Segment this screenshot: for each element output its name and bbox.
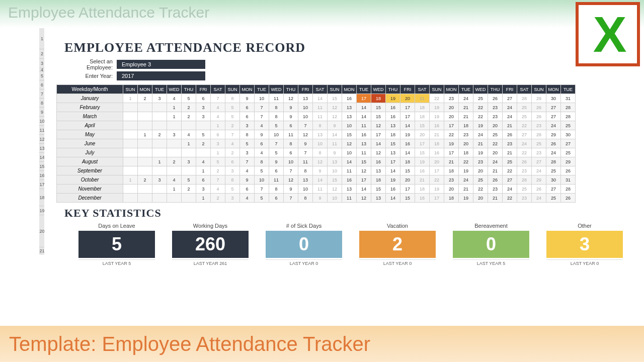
day-cell[interactable]: 1 <box>167 185 182 194</box>
day-cell[interactable]: 18 <box>430 139 444 148</box>
day-cell[interactable]: 2 <box>196 139 211 148</box>
day-cell[interactable]: 5 <box>182 175 196 185</box>
day-cell[interactable]: 26 <box>546 139 561 148</box>
day-cell[interactable]: 16 <box>342 94 357 103</box>
day-cell[interactable]: 2 <box>182 185 196 194</box>
day-cell[interactable]: 23 <box>444 175 459 185</box>
day-cell[interactable]: 21 <box>503 121 517 130</box>
day-cell[interactable]: 4 <box>240 166 255 175</box>
day-cell[interactable] <box>123 148 138 157</box>
day-cell[interactable]: 2 <box>225 148 240 157</box>
day-cell[interactable]: 12 <box>328 185 342 194</box>
day-cell[interactable] <box>152 112 167 121</box>
day-cell[interactable]: 1 <box>196 194 211 203</box>
day-cell[interactable]: 3 <box>225 166 240 175</box>
day-cell[interactable]: 27 <box>546 185 561 194</box>
day-cell[interactable] <box>138 157 152 166</box>
day-cell[interactable]: 10 <box>298 103 313 112</box>
day-cell[interactable]: 3 <box>196 103 211 112</box>
day-cell[interactable]: 24 <box>546 148 561 157</box>
month-cell[interactable]: January <box>57 94 123 103</box>
day-cell[interactable]: 26 <box>488 175 503 185</box>
day-cell[interactable]: 27 <box>517 130 532 139</box>
day-cell[interactable]: 27 <box>561 139 576 148</box>
day-cell[interactable]: 5 <box>255 194 269 203</box>
day-cell[interactable]: 9 <box>255 130 269 139</box>
day-cell[interactable]: 16 <box>415 194 430 203</box>
day-cell[interactable]: 17 <box>357 175 371 185</box>
day-cell[interactable]: 5 <box>196 130 211 139</box>
day-cell[interactable]: 21 <box>459 103 473 112</box>
day-cell[interactable]: 24 <box>488 157 503 166</box>
day-cell[interactable]: 7 <box>298 148 313 157</box>
day-cell[interactable]: 16 <box>342 175 357 185</box>
day-cell[interactable]: 19 <box>430 112 444 121</box>
day-cell[interactable]: 5 <box>240 139 255 148</box>
day-cell[interactable]: 13 <box>371 194 386 203</box>
day-cell[interactable]: 30 <box>546 175 561 185</box>
day-cell[interactable]: 25 <box>561 148 576 157</box>
day-cell[interactable]: 11 <box>269 175 284 185</box>
day-cell[interactable]: 15 <box>328 175 342 185</box>
day-cell[interactable]: 16 <box>386 112 400 121</box>
day-cell[interactable] <box>152 139 167 148</box>
day-cell[interactable]: 13 <box>386 148 400 157</box>
day-cell[interactable] <box>167 194 182 203</box>
day-cell[interactable]: 4 <box>167 175 182 185</box>
day-cell[interactable]: 24 <box>517 139 532 148</box>
day-cell[interactable]: 26 <box>532 185 546 194</box>
day-cell[interactable]: 9 <box>269 157 284 166</box>
day-cell[interactable]: 8 <box>225 94 240 103</box>
day-cell[interactable] <box>123 130 138 139</box>
day-cell[interactable]: 26 <box>517 157 532 166</box>
day-cell[interactable]: 11 <box>284 130 298 139</box>
day-cell[interactable] <box>152 166 167 175</box>
day-cell[interactable]: 1 <box>196 166 211 175</box>
day-cell[interactable] <box>138 166 152 175</box>
day-cell[interactable]: 23 <box>488 185 503 194</box>
day-cell[interactable]: 17 <box>430 166 444 175</box>
day-cell[interactable]: 15 <box>342 130 357 139</box>
day-cell[interactable]: 23 <box>532 148 546 157</box>
day-cell[interactable]: 12 <box>357 194 371 203</box>
day-cell[interactable]: 19 <box>430 185 444 194</box>
day-cell[interactable]: 23 <box>517 166 532 175</box>
employee-dropdown[interactable]: Employee 3 <box>117 60 205 69</box>
day-cell[interactable] <box>123 103 138 112</box>
day-cell[interactable]: 18 <box>444 194 459 203</box>
day-cell[interactable]: 9 <box>328 148 342 157</box>
day-cell[interactable]: 26 <box>561 166 576 175</box>
day-cell[interactable] <box>152 103 167 112</box>
day-cell[interactable]: 6 <box>284 121 298 130</box>
day-cell[interactable]: 18 <box>459 121 473 130</box>
day-cell[interactable]: 31 <box>561 175 576 185</box>
day-cell[interactable]: 23 <box>459 130 473 139</box>
day-cell[interactable] <box>196 148 211 157</box>
day-cell[interactable]: 16 <box>386 103 400 112</box>
day-cell[interactable]: 4 <box>255 121 269 130</box>
day-cell[interactable]: 9 <box>328 121 342 130</box>
day-cell[interactable]: 20 <box>400 175 415 185</box>
day-cell[interactable] <box>196 121 211 130</box>
day-cell[interactable]: 6 <box>211 130 225 139</box>
day-cell[interactable]: 2 <box>152 130 167 139</box>
day-cell[interactable]: 24 <box>459 94 473 103</box>
day-cell[interactable]: 25 <box>473 94 488 103</box>
day-cell[interactable]: 6 <box>284 148 298 157</box>
day-cell[interactable] <box>182 194 196 203</box>
day-cell[interactable]: 4 <box>255 148 269 157</box>
day-cell[interactable]: 18 <box>415 185 430 194</box>
day-cell[interactable]: 13 <box>342 185 357 194</box>
day-cell[interactable] <box>152 194 167 203</box>
day-cell[interactable] <box>167 121 182 130</box>
day-cell[interactable]: 8 <box>298 166 313 175</box>
day-cell[interactable]: 10 <box>328 166 342 175</box>
day-cell[interactable]: 22 <box>444 130 459 139</box>
day-cell[interactable]: 26 <box>561 194 576 203</box>
day-cell[interactable]: 7 <box>255 103 269 112</box>
day-cell[interactable]: 28 <box>561 185 576 194</box>
day-cell[interactable]: 14 <box>371 139 386 148</box>
day-cell[interactable]: 18 <box>400 157 415 166</box>
day-cell[interactable]: 27 <box>546 103 561 112</box>
day-cell[interactable] <box>138 121 152 130</box>
